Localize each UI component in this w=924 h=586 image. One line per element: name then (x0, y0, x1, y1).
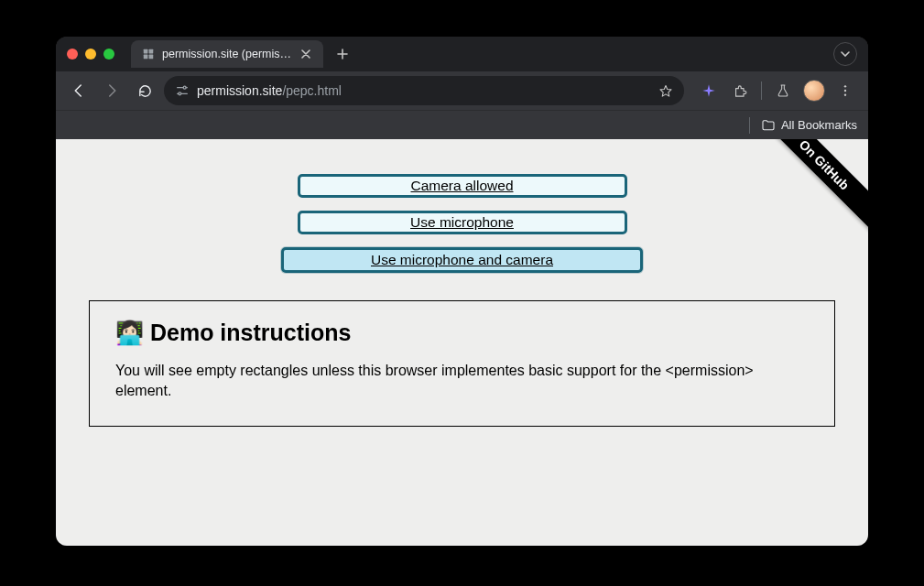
camera-permission-label: Camera allowed (411, 178, 514, 194)
tab-title: permission.site (permission e (162, 48, 292, 60)
svg-rect-1 (149, 49, 154, 54)
plus-icon (337, 49, 348, 60)
page-viewport: On GitHub Camera allowed Use microphone … (56, 139, 868, 546)
mic-camera-permission-button[interactable]: Use microphone and camera (281, 247, 643, 273)
bookmarks-bar: All Bookmarks (56, 110, 868, 139)
tab-favicon-icon (142, 48, 155, 60)
mic-camera-permission-label: Use microphone and camera (371, 252, 553, 268)
svg-point-5 (179, 92, 181, 95)
instructions-panel: 👩🏻‍💻 Demo instructions You will see empt… (89, 300, 835, 427)
url-host: permission.site (197, 83, 282, 98)
new-tab-button[interactable] (331, 42, 354, 66)
folder-icon (761, 118, 776, 133)
address-bar[interactable]: permission.site/pepc.html (164, 76, 684, 105)
browser-tab[interactable]: permission.site (permission e (131, 40, 323, 68)
svg-point-8 (844, 93, 846, 95)
svg-point-4 (183, 86, 186, 89)
arrow-left-icon (71, 82, 87, 99)
instructions-emoji: 👩🏻‍💻 (115, 320, 144, 345)
tabs-dropdown-button[interactable] (833, 42, 857, 66)
site-settings-icon[interactable] (175, 83, 190, 98)
all-bookmarks-label: All Bookmarks (781, 118, 857, 132)
back-button[interactable] (65, 77, 92, 104)
labs-button[interactable] (769, 77, 797, 104)
minimize-window-button[interactable] (85, 49, 96, 60)
toolbar: permission.site/pepc.html (56, 71, 868, 110)
window-controls (67, 49, 114, 60)
permission-buttons: Camera allowed Use microphone Use microp… (56, 174, 868, 273)
camera-permission-button[interactable]: Camera allowed (298, 174, 627, 198)
svg-rect-0 (144, 49, 148, 54)
maximize-window-button[interactable] (103, 49, 114, 60)
instructions-heading-text: Demo instructions (150, 320, 351, 345)
close-tab-button[interactable] (299, 48, 312, 60)
all-bookmarks-button[interactable]: All Bookmarks (761, 118, 857, 133)
svg-rect-3 (149, 55, 154, 60)
flask-icon (776, 83, 790, 98)
reload-icon (137, 83, 153, 99)
chevron-down-icon (841, 51, 850, 57)
url-path: /pepc.html (282, 83, 342, 98)
close-window-button[interactable] (67, 49, 78, 60)
browser-window: permission.site (permission e (56, 37, 868, 546)
puzzle-icon (733, 83, 748, 99)
url-text: permission.site/pepc.html (197, 83, 651, 98)
kebab-icon (838, 83, 853, 98)
toolbar-right-icons (695, 77, 859, 104)
bookmarks-separator (749, 117, 750, 134)
avatar-icon (803, 80, 825, 102)
svg-point-6 (844, 85, 846, 87)
sparkle-icon (701, 83, 716, 98)
svg-point-7 (844, 90, 846, 92)
microphone-permission-button[interactable]: Use microphone (298, 211, 627, 234)
close-icon (301, 49, 310, 59)
reload-button[interactable] (131, 77, 158, 104)
svg-rect-2 (144, 55, 148, 60)
extensions-button[interactable] (726, 77, 754, 104)
arrow-right-icon (103, 82, 120, 99)
gemini-button[interactable] (695, 77, 723, 104)
microphone-permission-label: Use microphone (410, 214, 514, 231)
forward-button[interactable] (98, 77, 125, 104)
instructions-heading: 👩🏻‍💻 Demo instructions (115, 320, 809, 346)
menu-button[interactable] (832, 77, 859, 104)
profile-button[interactable] (800, 77, 828, 104)
star-icon (658, 83, 673, 99)
bookmark-star-button[interactable] (658, 83, 673, 98)
instructions-body: You will see empty rectangles unless thi… (115, 361, 809, 402)
tab-strip: permission.site (permission e (56, 37, 868, 71)
toolbar-separator (761, 81, 762, 100)
